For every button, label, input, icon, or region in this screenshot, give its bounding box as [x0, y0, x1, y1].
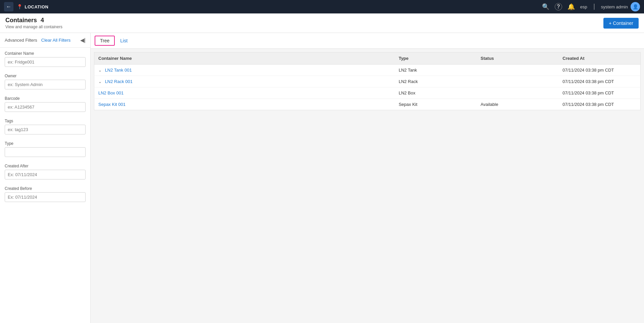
barcode-label: Barcode — [5, 96, 86, 101]
filter-container-name: Container Name — [0, 48, 90, 70]
tags-input[interactable] — [5, 125, 86, 134]
page-title: Containers 4 — [5, 17, 62, 24]
table-header-row: Container Name Type Status Created At — [94, 52, 641, 65]
container-name-link[interactable]: Sepax Kit 001 — [98, 102, 126, 107]
row-created-at-cell: 07/11/2024 03:38 pm CDT — [558, 99, 640, 110]
type-label: Type — [5, 141, 86, 146]
sidebar-header: Advanced Filters Clear All Filters ◀| — [0, 33, 90, 48]
page-subtitle: View and manage all containers — [5, 25, 62, 29]
row-type-cell: Sepax Kit — [395, 99, 477, 110]
row-type-cell: LN2 Tank — [395, 65, 477, 76]
view-tabs: Tree List — [91, 33, 644, 49]
tags-label: Tags — [5, 119, 86, 123]
table-row: Sepax Kit 001 Sepax Kit Available 07/11/… — [94, 99, 641, 110]
row-created-at-cell: 07/11/2024 03:38 pm CDT — [558, 65, 640, 76]
row-name-cell: LN2 Box 001 — [94, 87, 395, 99]
main-layout: Advanced Filters Clear All Filters ◀| Co… — [0, 33, 644, 323]
tab-list[interactable]: List — [115, 36, 133, 46]
expand-chevron[interactable]: ⌄ — [98, 68, 102, 73]
language-selector[interactable]: esp — [580, 4, 587, 9]
containers-table: Container Name Type Status Created At ⌄ … — [94, 52, 641, 110]
location-label: LOCATION — [25, 4, 49, 9]
created-before-label: Created Before — [5, 186, 86, 191]
created-after-label: Created After — [5, 164, 86, 168]
row-status-cell — [477, 87, 558, 99]
filter-type: Type — [0, 138, 90, 160]
filter-barcode: Barcode — [0, 93, 90, 115]
col-created-at: Created At — [558, 52, 640, 65]
location-icon: 📍 — [17, 4, 23, 9]
page-header: Containers 4 View and manage all contain… — [0, 13, 644, 33]
row-type-cell: LN2 Box — [395, 87, 477, 99]
back-button[interactable]: ← — [4, 2, 13, 11]
container-name-label: Container Name — [5, 51, 86, 56]
expand-chevron[interactable]: ⌄ — [98, 79, 102, 84]
container-name-link[interactable]: LN2 Tank 001 — [105, 68, 132, 73]
table-header: Container Name Type Status Created At — [94, 52, 641, 65]
table-row: ⌄ LN2 Rack 001 LN2 Rack 07/11/2024 03:38… — [94, 76, 641, 87]
user-name: system admin — [601, 4, 628, 9]
nav-right: 🔍 ? 🔔 esp system admin 👤 — [542, 2, 640, 11]
filter-tags: Tags — [0, 115, 90, 138]
advanced-filters-label: Advanced Filters — [5, 38, 37, 43]
barcode-input[interactable] — [5, 102, 86, 112]
container-name-input[interactable] — [5, 57, 86, 67]
row-created-at-cell: 07/11/2024 03:38 pm CDT — [558, 76, 640, 87]
clear-all-filters-button[interactable]: Clear All Filters — [41, 38, 70, 43]
sidebar: Advanced Filters Clear All Filters ◀| Co… — [0, 33, 91, 323]
row-status-cell — [477, 76, 558, 87]
title-section: Containers 4 View and manage all contain… — [5, 17, 62, 29]
owner-input[interactable] — [5, 80, 86, 89]
col-status: Status — [477, 52, 558, 65]
help-button[interactable]: ? — [555, 3, 562, 10]
filter-owner: Owner — [0, 70, 90, 93]
container-name-link[interactable]: LN2 Rack 001 — [105, 79, 133, 84]
container-count: 4 — [41, 17, 44, 24]
row-status-cell — [477, 65, 558, 76]
table-row: LN2 Box 001 LN2 Box 07/11/2024 03:38 pm … — [94, 87, 641, 99]
created-before-input[interactable] — [5, 192, 86, 202]
nav-divider — [594, 4, 594, 10]
row-type-cell: LN2 Rack — [395, 76, 477, 87]
filter-created-after: Created After — [0, 160, 90, 183]
table-container: Container Name Type Status Created At ⌄ … — [91, 49, 644, 323]
user-info: system admin 👤 — [601, 2, 640, 11]
location-section: 📍 LOCATION — [17, 4, 48, 9]
row-name-cell: ⌄ LN2 Tank 001 — [94, 65, 395, 76]
col-type: Type — [395, 52, 477, 65]
search-button[interactable]: 🔍 — [542, 3, 549, 10]
row-created-at-cell: 07/11/2024 03:38 pm CDT — [558, 87, 640, 99]
row-name-cell: Sepax Kit 001 — [94, 99, 395, 110]
top-navigation: ← 📍 LOCATION 🔍 ? 🔔 esp system admin 👤 — [0, 0, 644, 13]
container-name-link[interactable]: LN2 Box 001 — [98, 90, 123, 95]
add-container-button[interactable]: + Container — [603, 18, 639, 29]
filter-created-before: Created Before — [0, 183, 90, 205]
sidebar-collapse-button[interactable]: ◀| — [80, 37, 86, 43]
table-body: ⌄ LN2 Tank 001 LN2 Tank 07/11/2024 03:38… — [94, 65, 641, 110]
content-area: Tree List Container Name Type Status Cre… — [91, 33, 644, 323]
owner-label: Owner — [5, 74, 86, 78]
created-after-input[interactable] — [5, 170, 86, 179]
type-input[interactable] — [5, 147, 86, 157]
table-row: ⌄ LN2 Tank 001 LN2 Tank 07/11/2024 03:38… — [94, 65, 641, 76]
avatar[interactable]: 👤 — [631, 2, 640, 11]
row-name-cell: ⌄ LN2 Rack 001 — [94, 76, 395, 87]
tab-tree[interactable]: Tree — [95, 36, 115, 46]
notifications-button[interactable]: 🔔 — [567, 3, 575, 10]
col-container-name: Container Name — [94, 52, 395, 65]
row-status-cell: Available — [477, 99, 558, 110]
